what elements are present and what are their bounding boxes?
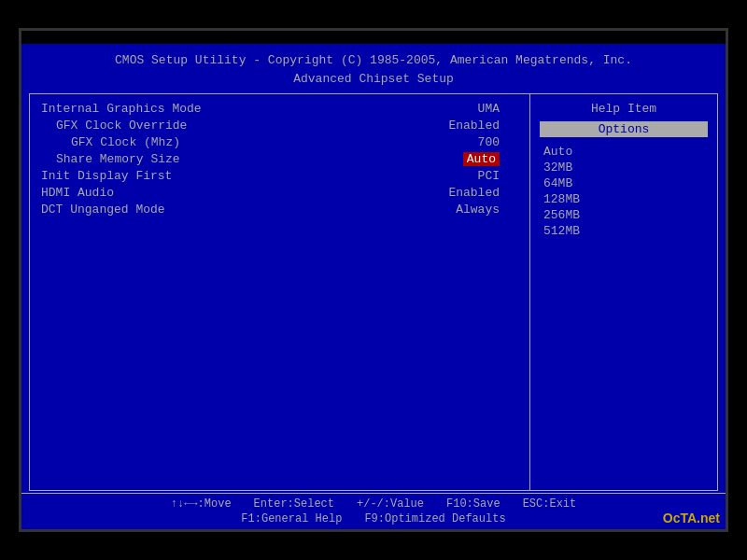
options-list: Auto32MB64MB128MB256MB512MB <box>540 145 708 238</box>
main-area: Internal Graphics ModeUMAGFX Clock Overr… <box>29 93 718 491</box>
settings-row[interactable]: GFX Clock OverrideEnabled <box>41 119 518 133</box>
settings-row[interactable]: DCT Unganged ModeAlways <box>41 203 518 217</box>
setting-label: GFX Clock (Mhz) <box>41 135 180 149</box>
footer: ↑↓←→:MoveEnter:Select+/-/:ValueF10:SaveE… <box>21 493 726 529</box>
setting-value: Auto <box>463 152 500 166</box>
option-item[interactable]: 512MB <box>540 224 708 238</box>
settings-row[interactable]: Init Display FirstPCI <box>41 169 518 183</box>
settings-row[interactable]: Share Memory SizeAuto <box>41 152 518 166</box>
footer-row2: F1:General HelpF9:Optimized Defaults <box>241 512 505 525</box>
header: CMOS Setup Utility - Copyright (C) 1985-… <box>21 44 726 91</box>
option-item[interactable]: 32MB <box>540 161 708 175</box>
help-panel: Help Item Options Auto32MB64MB128MB256MB… <box>530 94 717 490</box>
setting-label: HDMI Audio <box>41 186 114 200</box>
header-line1: CMOS Setup Utility - Copyright (C) 1985-… <box>25 51 722 70</box>
footer-key: ESC:Exit <box>523 497 577 511</box>
setting-value: Enabled <box>448 119 500 133</box>
setting-value: UMA <box>478 102 500 116</box>
footer-key: F1:General Help <box>241 512 342 525</box>
setting-value: Enabled <box>448 186 500 200</box>
watermark: OcTA.net <box>663 511 720 525</box>
footer-row1: ↑↓←→:MoveEnter:Select+/-/:ValueF10:SaveE… <box>171 497 576 511</box>
settings-row[interactable]: GFX Clock (Mhz)700 <box>41 135 518 149</box>
setting-label: DCT Unganged Mode <box>41 203 165 217</box>
setting-label: Share Memory Size <box>41 152 180 166</box>
setting-label: Init Display First <box>41 169 172 183</box>
setting-label: GFX Clock Override <box>41 119 187 133</box>
settings-row[interactable]: Internal Graphics ModeUMA <box>41 102 518 116</box>
option-item[interactable]: Auto <box>540 145 708 159</box>
option-item[interactable]: 64MB <box>540 176 708 190</box>
option-item[interactable]: 256MB <box>540 208 708 222</box>
header-line2: Advanced Chipset Setup <box>25 70 722 89</box>
footer-key: +/-/:Value <box>357 497 424 511</box>
footer-key: F9:Optimized Defaults <box>364 512 505 525</box>
setting-value: 700 <box>478 135 500 149</box>
settings-panel: Internal Graphics ModeUMAGFX Clock Overr… <box>30 94 530 490</box>
footer-key: F10:Save <box>446 497 500 511</box>
setting-label: Internal Graphics Mode <box>41 102 202 116</box>
options-header: Options <box>540 121 708 137</box>
footer-key: Enter:Select <box>254 497 334 511</box>
option-item[interactable]: 128MB <box>540 192 708 206</box>
help-title: Help Item <box>540 102 708 116</box>
setting-value: Always <box>456 203 500 217</box>
setting-value: PCI <box>478 169 500 183</box>
footer-key: ↑↓←→:Move <box>171 497 232 511</box>
settings-row[interactable]: HDMI AudioEnabled <box>41 186 518 200</box>
